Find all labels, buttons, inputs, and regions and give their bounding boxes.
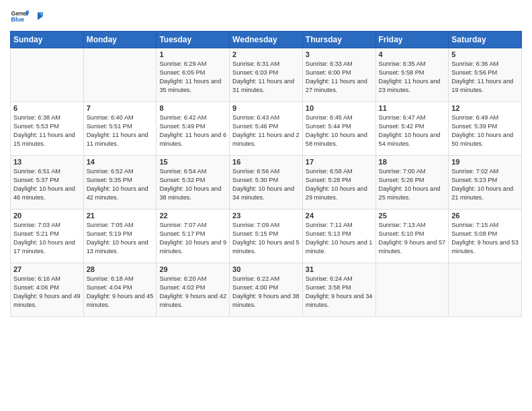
calendar-cell bbox=[83, 48, 157, 102]
calendar-cell: 18Sunrise: 7:00 AM Sunset: 5:26 PM Dayli… bbox=[375, 156, 449, 210]
day-number: 8 bbox=[159, 104, 226, 112]
calendar-cell: 29Sunrise: 6:20 AM Sunset: 4:02 PM Dayli… bbox=[157, 263, 230, 317]
day-number: 30 bbox=[232, 265, 300, 273]
day-number: 4 bbox=[379, 50, 446, 58]
day-info: Sunrise: 7:11 AM Sunset: 5:13 PM Dayligh… bbox=[306, 221, 373, 256]
header-row: SundayMondayTuesdayWednesdayThursdayFrid… bbox=[11, 32, 522, 48]
day-info: Sunrise: 7:07 AM Sunset: 5:17 PM Dayligh… bbox=[159, 221, 226, 256]
day-info: Sunrise: 6:18 AM Sunset: 4:04 PM Dayligh… bbox=[87, 275, 154, 310]
week-row-1: 1Sunrise: 6:29 AM Sunset: 6:05 PM Daylig… bbox=[11, 48, 522, 102]
calendar-cell bbox=[11, 48, 84, 102]
day-header-sunday: Sunday bbox=[11, 32, 84, 48]
calendar-cell: 12Sunrise: 6:49 AM Sunset: 5:39 PM Dayli… bbox=[449, 102, 522, 156]
calendar-cell: 7Sunrise: 6:40 AM Sunset: 5:51 PM Daylig… bbox=[83, 102, 157, 156]
calendar-cell: 21Sunrise: 7:05 AM Sunset: 5:19 PM Dayli… bbox=[83, 210, 157, 263]
calendar-table: SundayMondayTuesdayWednesdayThursdayFrid… bbox=[10, 31, 522, 317]
week-row-4: 20Sunrise: 7:03 AM Sunset: 5:21 PM Dayli… bbox=[11, 210, 522, 263]
week-row-2: 6Sunrise: 6:38 AM Sunset: 5:53 PM Daylig… bbox=[11, 102, 522, 156]
svg-text:Blue: Blue bbox=[11, 16, 24, 23]
day-header-thursday: Thursday bbox=[302, 32, 375, 48]
calendar-cell: 16Sunrise: 6:56 AM Sunset: 5:30 PM Dayli… bbox=[230, 156, 303, 210]
day-number: 1 bbox=[159, 50, 226, 58]
calendar-cell: 14Sunrise: 6:52 AM Sunset: 5:35 PM Dayli… bbox=[83, 156, 157, 210]
day-header-monday: Monday bbox=[83, 32, 157, 48]
day-info: Sunrise: 7:09 AM Sunset: 5:15 PM Dayligh… bbox=[232, 221, 300, 256]
day-number: 20 bbox=[13, 212, 81, 220]
day-info: Sunrise: 6:56 AM Sunset: 5:30 PM Dayligh… bbox=[232, 167, 300, 202]
day-number: 18 bbox=[379, 158, 446, 166]
calendar-cell: 2Sunrise: 6:31 AM Sunset: 6:03 PM Daylig… bbox=[230, 48, 303, 102]
day-number: 12 bbox=[451, 104, 519, 112]
day-info: Sunrise: 6:29 AM Sunset: 6:05 PM Dayligh… bbox=[159, 60, 226, 95]
day-number: 22 bbox=[159, 212, 226, 220]
calendar-cell: 30Sunrise: 6:22 AM Sunset: 4:00 PM Dayli… bbox=[230, 263, 303, 317]
week-row-5: 27Sunrise: 6:16 AM Sunset: 4:06 PM Dayli… bbox=[11, 263, 522, 317]
day-info: Sunrise: 6:43 AM Sunset: 5:46 PM Dayligh… bbox=[232, 113, 300, 148]
day-info: Sunrise: 6:49 AM Sunset: 5:39 PM Dayligh… bbox=[451, 113, 519, 148]
calendar-cell: 19Sunrise: 7:02 AM Sunset: 5:23 PM Dayli… bbox=[449, 156, 522, 210]
day-number: 15 bbox=[159, 158, 226, 166]
calendar-cell: 20Sunrise: 7:03 AM Sunset: 5:21 PM Dayli… bbox=[11, 210, 84, 263]
day-number: 10 bbox=[306, 104, 373, 112]
calendar-cell: 15Sunrise: 6:54 AM Sunset: 5:32 PM Dayli… bbox=[157, 156, 230, 210]
day-info: Sunrise: 6:16 AM Sunset: 4:06 PM Dayligh… bbox=[13, 275, 81, 310]
calendar-cell: 10Sunrise: 6:45 AM Sunset: 5:44 PM Dayli… bbox=[302, 102, 375, 156]
day-number: 5 bbox=[451, 50, 519, 58]
day-info: Sunrise: 6:40 AM Sunset: 5:51 PM Dayligh… bbox=[87, 113, 154, 148]
day-number: 27 bbox=[13, 265, 81, 273]
day-number: 25 bbox=[379, 212, 446, 220]
logo-icon: General Blue bbox=[10, 7, 29, 26]
calendar-cell: 23Sunrise: 7:09 AM Sunset: 5:15 PM Dayli… bbox=[230, 210, 303, 263]
calendar-cell: 31Sunrise: 6:24 AM Sunset: 3:58 PM Dayli… bbox=[302, 263, 375, 317]
calendar-cell: 13Sunrise: 6:51 AM Sunset: 5:37 PM Dayli… bbox=[11, 156, 84, 210]
day-info: Sunrise: 6:51 AM Sunset: 5:37 PM Dayligh… bbox=[13, 167, 81, 202]
day-header-friday: Friday bbox=[375, 32, 449, 48]
day-info: Sunrise: 6:45 AM Sunset: 5:44 PM Dayligh… bbox=[306, 113, 373, 148]
header: General Blue bbox=[10, 7, 522, 26]
day-info: Sunrise: 7:03 AM Sunset: 5:21 PM Dayligh… bbox=[13, 221, 81, 256]
calendar-cell: 5Sunrise: 6:36 AM Sunset: 5:56 PM Daylig… bbox=[449, 48, 522, 102]
day-number: 9 bbox=[232, 104, 300, 112]
page-container: General Blue bbox=[0, 0, 532, 324]
day-number: 17 bbox=[306, 158, 373, 166]
day-info: Sunrise: 6:31 AM Sunset: 6:03 PM Dayligh… bbox=[232, 60, 300, 95]
logo: General Blue bbox=[10, 7, 46, 26]
logo-arrow-icon bbox=[32, 9, 46, 23]
calendar-cell: 27Sunrise: 6:16 AM Sunset: 4:06 PM Dayli… bbox=[11, 263, 84, 317]
calendar-cell: 3Sunrise: 6:33 AM Sunset: 6:00 PM Daylig… bbox=[302, 48, 375, 102]
calendar-cell: 8Sunrise: 6:42 AM Sunset: 5:49 PM Daylig… bbox=[157, 102, 230, 156]
day-info: Sunrise: 6:54 AM Sunset: 5:32 PM Dayligh… bbox=[159, 167, 226, 202]
day-number: 13 bbox=[13, 158, 81, 166]
calendar-cell: 24Sunrise: 7:11 AM Sunset: 5:13 PM Dayli… bbox=[302, 210, 375, 263]
calendar-cell: 25Sunrise: 7:13 AM Sunset: 5:10 PM Dayli… bbox=[375, 210, 449, 263]
day-number: 21 bbox=[87, 212, 154, 220]
day-number: 23 bbox=[232, 212, 300, 220]
day-number: 6 bbox=[13, 104, 81, 112]
day-number: 14 bbox=[87, 158, 154, 166]
day-number: 24 bbox=[306, 212, 373, 220]
day-number: 2 bbox=[232, 50, 300, 58]
day-info: Sunrise: 6:52 AM Sunset: 5:35 PM Dayligh… bbox=[87, 167, 154, 202]
calendar-cell: 1Sunrise: 6:29 AM Sunset: 6:05 PM Daylig… bbox=[157, 48, 230, 102]
day-header-wednesday: Wednesday bbox=[230, 32, 303, 48]
day-number: 16 bbox=[232, 158, 300, 166]
day-header-tuesday: Tuesday bbox=[157, 32, 230, 48]
calendar-cell bbox=[449, 263, 522, 317]
day-info: Sunrise: 6:58 AM Sunset: 5:28 PM Dayligh… bbox=[306, 167, 373, 202]
day-info: Sunrise: 7:15 AM Sunset: 5:08 PM Dayligh… bbox=[451, 221, 519, 256]
calendar-cell: 26Sunrise: 7:15 AM Sunset: 5:08 PM Dayli… bbox=[449, 210, 522, 263]
day-info: Sunrise: 7:13 AM Sunset: 5:10 PM Dayligh… bbox=[379, 221, 446, 256]
day-number: 29 bbox=[159, 265, 226, 273]
day-info: Sunrise: 6:20 AM Sunset: 4:02 PM Dayligh… bbox=[159, 275, 226, 310]
calendar-cell bbox=[375, 263, 449, 317]
calendar-cell: 6Sunrise: 6:38 AM Sunset: 5:53 PM Daylig… bbox=[11, 102, 84, 156]
day-number: 31 bbox=[306, 265, 373, 273]
calendar-cell: 4Sunrise: 6:35 AM Sunset: 5:58 PM Daylig… bbox=[375, 48, 449, 102]
day-info: Sunrise: 7:05 AM Sunset: 5:19 PM Dayligh… bbox=[87, 221, 154, 256]
day-number: 26 bbox=[451, 212, 519, 220]
day-number: 11 bbox=[379, 104, 446, 112]
day-info: Sunrise: 6:42 AM Sunset: 5:49 PM Dayligh… bbox=[159, 113, 226, 148]
day-info: Sunrise: 6:33 AM Sunset: 6:00 PM Dayligh… bbox=[306, 60, 373, 95]
week-row-3: 13Sunrise: 6:51 AM Sunset: 5:37 PM Dayli… bbox=[11, 156, 522, 210]
day-number: 19 bbox=[451, 158, 519, 166]
